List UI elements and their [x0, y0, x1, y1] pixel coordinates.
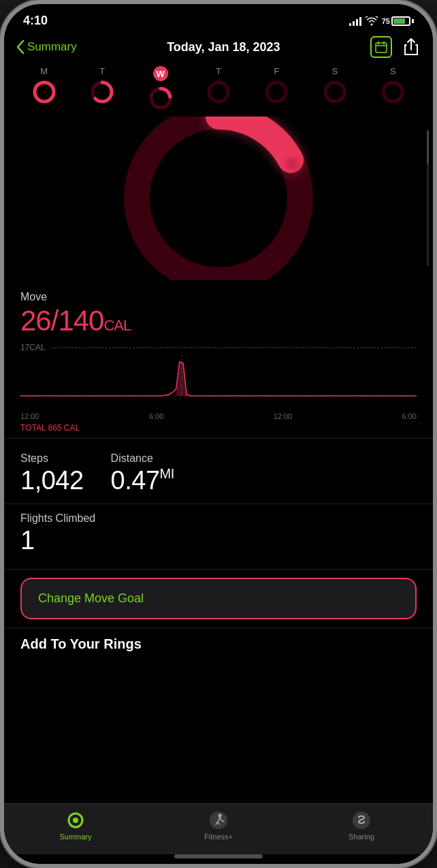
signal-bar-1	[349, 23, 351, 26]
summary-tab-icon	[66, 811, 85, 830]
day-selector: M T W	[4, 63, 433, 117]
big-ring-area	[4, 117, 433, 280]
day-item-tue[interactable]: T	[89, 66, 115, 111]
chart-ref-line: 17CAL	[20, 343, 417, 352]
scrollbar-track	[427, 130, 429, 266]
move-goal: 140	[58, 305, 103, 337]
bottom-spacer	[4, 660, 433, 687]
calendar-icon	[375, 41, 387, 53]
chart-label-3: 6:00	[402, 412, 417, 420]
chart-x-labels: 12:00 6:00 12:00 6:00	[20, 412, 417, 420]
steps-distance-row: Steps 1,042 Distance 0.47MI	[4, 441, 433, 501]
chart-total: TOTAL 865 CAL	[20, 423, 417, 433]
day-ring-mon	[31, 79, 57, 105]
battery-fill	[393, 18, 405, 24]
signal-bar-2	[353, 21, 355, 26]
summary-icon	[66, 811, 85, 830]
nav-title: Today, Jan 18, 2023	[77, 40, 370, 55]
add-rings-title: Add To Your Rings	[20, 636, 417, 652]
svg-point-13	[383, 82, 402, 102]
status-time: 4:10	[23, 14, 48, 28]
svg-point-21	[73, 818, 78, 823]
notch	[164, 4, 273, 23]
tab-summary-label: Summary	[59, 833, 91, 841]
svg-rect-0	[376, 43, 387, 52]
chart-dotted-line	[51, 347, 417, 348]
chevron-left-icon	[16, 40, 25, 55]
day-label-mon: M	[40, 66, 48, 76]
big-activity-ring	[116, 117, 321, 280]
fitness-icon	[209, 811, 228, 830]
tab-bar: Summary Fitness+	[4, 803, 433, 854]
tab-sharing[interactable]: Sharing	[334, 811, 389, 841]
divider-3	[4, 569, 433, 570]
day-ring-wed	[148, 85, 174, 111]
battery-tip	[412, 19, 414, 23]
activity-chart	[20, 355, 417, 409]
steps-section: Steps 1,042	[20, 452, 84, 495]
day-item-sun[interactable]: S	[380, 66, 406, 111]
divider-4	[4, 627, 433, 628]
move-current: 26	[20, 305, 51, 337]
flights-value: 1	[20, 526, 417, 555]
chart-label-1: 6:00	[149, 412, 163, 420]
share-icon	[404, 38, 419, 56]
day-ring-tue	[89, 79, 115, 105]
wifi-icon	[366, 16, 378, 26]
svg-point-11	[267, 82, 286, 102]
fitness-tab-icon	[209, 811, 228, 830]
tab-summary[interactable]: Summary	[48, 811, 103, 841]
day-ring-thu	[206, 79, 231, 105]
day-ring-sat	[322, 79, 348, 105]
back-label: Summary	[27, 40, 77, 54]
back-button[interactable]: Summary	[16, 40, 77, 55]
flights-section: Flights Climbed 1	[4, 507, 433, 566]
sharing-icon	[352, 811, 371, 830]
signal-bars-icon	[349, 16, 361, 26]
scrollbar-thumb	[427, 130, 429, 164]
day-label-sun: S	[390, 66, 396, 76]
distance-label: Distance	[111, 452, 174, 465]
tab-fitness[interactable]: Fitness+	[191, 811, 246, 841]
phone-frame: 4:10	[0, 0, 437, 868]
day-item-mon[interactable]: M	[31, 66, 57, 111]
calendar-button[interactable]	[370, 36, 392, 58]
nav-icons	[370, 36, 421, 58]
chart-area: 17CAL	[4, 343, 433, 435]
nav-header: Summary Today, Jan 18, 2023	[4, 32, 433, 63]
divider-1	[4, 438, 433, 439]
share-button[interactable]	[402, 37, 421, 57]
move-stats-section: Move 26/140CAL	[4, 280, 433, 343]
add-rings-header: Add To Your Rings	[4, 631, 433, 660]
battery-percent: 75	[382, 17, 390, 25]
day-item-fri[interactable]: F	[263, 66, 289, 111]
day-label-fri: F	[274, 66, 279, 76]
day-label-sat: S	[331, 66, 338, 76]
day-badge-wed: W	[153, 66, 168, 81]
day-item-sat[interactable]: S	[322, 66, 348, 111]
day-ring-fri	[263, 79, 289, 105]
day-label-tue: T	[99, 66, 105, 76]
move-unit: CAL	[103, 317, 131, 334]
home-indicator	[174, 854, 263, 858]
svg-point-12	[325, 82, 344, 102]
change-move-goal-button[interactable]: Change Move Goal	[20, 578, 417, 619]
sharing-tab-icon	[352, 811, 371, 830]
day-item-thu[interactable]: T	[206, 66, 231, 111]
chart-container	[20, 355, 417, 409]
screen: 4:10	[4, 4, 433, 864]
distance-value: 0.47MI	[111, 466, 174, 495]
chart-label-2: 12:00	[274, 412, 293, 420]
svg-point-5	[35, 82, 54, 102]
flights-label: Flights Climbed	[20, 512, 417, 525]
chart-label-0: 12:00	[20, 412, 39, 420]
main-content[interactable]: Move 26/140CAL 17CAL	[4, 117, 433, 803]
chart-ref-value: 17CAL	[20, 343, 46, 352]
steps-label: Steps	[20, 452, 84, 465]
day-ring-sun	[380, 79, 406, 105]
svg-point-10	[209, 82, 228, 102]
day-item-wed[interactable]: W	[148, 66, 174, 111]
phone-inner: 4:10	[4, 4, 433, 864]
day-label-thu: T	[216, 66, 221, 76]
tab-fitness-label: Fitness+	[204, 833, 233, 841]
